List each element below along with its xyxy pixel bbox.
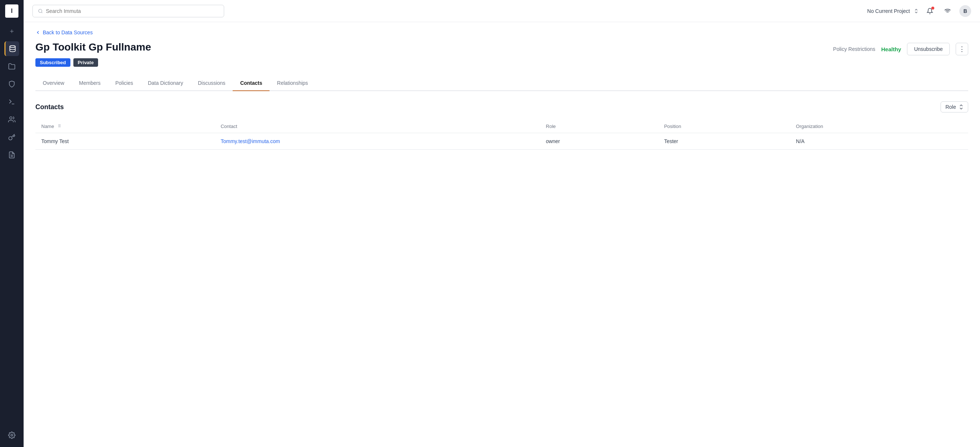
- tabs: Overview Members Policies Data Dictionar…: [35, 76, 968, 91]
- contact-organization: N/A: [790, 133, 968, 150]
- svg-point-6: [39, 9, 42, 12]
- sidebar-icon-users[interactable]: [5, 112, 19, 127]
- more-dots-icon: ⋮: [959, 45, 965, 53]
- search-input[interactable]: [46, 8, 219, 14]
- unsubscribe-button[interactable]: Unsubscribe: [907, 43, 950, 55]
- name-filter-icon[interactable]: [57, 124, 61, 128]
- sidebar-icon-settings[interactable]: [5, 428, 19, 442]
- tab-relationships[interactable]: Relationships: [269, 76, 315, 91]
- tab-discussions[interactable]: Discussions: [191, 76, 233, 91]
- tab-members[interactable]: Members: [72, 76, 108, 91]
- contacts-table: Name Contact Role Position Organization: [35, 120, 968, 150]
- back-arrow-icon: [35, 30, 41, 35]
- badges-row: Subscribed Private: [35, 58, 968, 67]
- user-avatar[interactable]: B: [959, 5, 971, 17]
- sidebar-icon-database[interactable]: [5, 41, 19, 56]
- subscribed-badge: Subscribed: [35, 58, 70, 67]
- health-status: Healthy: [881, 46, 901, 52]
- col-header-name: Name: [35, 120, 215, 133]
- table-header-row: Name Contact Role Position Organization: [35, 120, 968, 133]
- wifi-button[interactable]: [942, 5, 953, 17]
- policy-restrictions-link[interactable]: Policy Restrictions: [833, 46, 875, 52]
- svg-point-5: [11, 434, 13, 436]
- sidebar-icon-folder[interactable]: [5, 59, 19, 74]
- role-selector[interactable]: Role: [940, 102, 968, 113]
- sidebar-icon-add[interactable]: ＋: [5, 24, 19, 38]
- main-content: No Current Project B: [24, 0, 980, 447]
- sidebar-icon-notes[interactable]: [5, 148, 19, 162]
- search-icon: [38, 8, 43, 14]
- col-header-contact: Contact: [215, 120, 540, 133]
- folder-svg-icon: [8, 63, 16, 70]
- contacts-section-title: Contacts: [35, 103, 64, 111]
- contact-email-cell: Tommy.test@immuta.com: [215, 133, 540, 150]
- tab-data-dictionary[interactable]: Data Dictionary: [140, 76, 191, 91]
- page-title: Gp Toolkit Gp Fullname: [35, 41, 151, 53]
- tab-overview[interactable]: Overview: [35, 76, 72, 91]
- title-row: Gp Toolkit Gp Fullname Policy Restrictio…: [35, 41, 968, 57]
- more-options-button[interactable]: ⋮: [956, 43, 968, 55]
- search-bar[interactable]: [32, 5, 224, 17]
- contact-email-link[interactable]: Tommy.test@immuta.com: [221, 138, 280, 144]
- users-svg-icon: [8, 116, 16, 123]
- notification-dot: [931, 6, 934, 10]
- database-svg-icon: [9, 45, 16, 52]
- content-area: Back to Data Sources Gp Toolkit Gp Fulln…: [24, 22, 980, 447]
- sidebar-icon-terminal[interactable]: [5, 94, 19, 109]
- col-header-position: Position: [658, 120, 790, 133]
- svg-point-0: [10, 46, 15, 48]
- sidebar-logo[interactable]: I: [5, 5, 18, 18]
- notification-button[interactable]: [924, 5, 936, 17]
- tab-policies[interactable]: Policies: [108, 76, 140, 91]
- sidebar: I ＋: [0, 0, 24, 447]
- key-svg-icon: [8, 134, 16, 141]
- shield-svg-icon: [8, 80, 16, 88]
- contact-name: Tommy Test: [35, 133, 215, 150]
- header: No Current Project B: [24, 0, 980, 22]
- table-row: Tommy Test Tommy.test@immuta.com owner T…: [35, 133, 968, 150]
- sidebar-icon-key[interactable]: [5, 130, 19, 145]
- back-to-datasources-link[interactable]: Back to Data Sources: [35, 30, 968, 35]
- project-label: No Current Project: [867, 8, 910, 14]
- col-header-organization: Organization: [790, 120, 968, 133]
- project-selector[interactable]: No Current Project: [867, 8, 918, 14]
- contact-position: Tester: [658, 133, 790, 150]
- svg-point-2: [10, 117, 12, 119]
- role-selector-label: Role: [945, 104, 956, 110]
- project-chevron-icon: [914, 8, 918, 14]
- svg-line-7: [41, 12, 42, 13]
- role-chevron-icon: [959, 104, 963, 110]
- contact-role: owner: [540, 133, 659, 150]
- contacts-section-header: Contacts Role: [35, 102, 968, 113]
- wifi-icon: [944, 8, 951, 14]
- private-badge: Private: [73, 58, 98, 67]
- sidebar-icon-shield[interactable]: [5, 77, 19, 91]
- col-header-role: Role: [540, 120, 659, 133]
- terminal-svg-icon: [8, 98, 16, 105]
- settings-svg-icon: [8, 431, 16, 439]
- tab-contacts[interactable]: Contacts: [233, 76, 269, 91]
- title-actions: Policy Restrictions Healthy Unsubscribe …: [833, 43, 968, 55]
- header-right: No Current Project B: [867, 5, 971, 17]
- notes-svg-icon: [8, 151, 16, 159]
